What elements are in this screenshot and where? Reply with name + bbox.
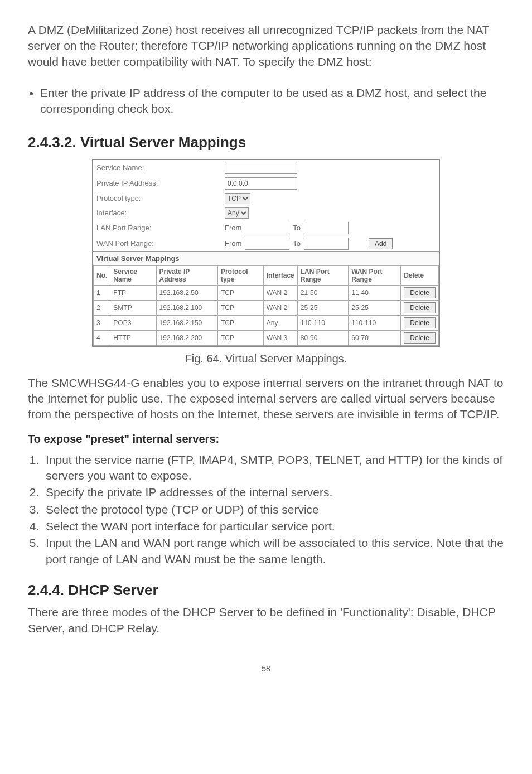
delete-button[interactable]: Delete [404, 317, 436, 328]
step-item: Select the protocol type (TCP or UDP) of… [42, 502, 504, 517]
figure-caption: Fig. 64. Virtual Server Mappings. [28, 352, 504, 365]
cell-no: 4 [94, 330, 110, 345]
lan-from-label: From [225, 224, 241, 232]
cell-no: 1 [94, 285, 110, 300]
wan-port-range-label: WAN Port Range: [96, 239, 225, 248]
cell-wan: 11-40 [349, 285, 401, 300]
cell-wan: 60-70 [349, 330, 401, 345]
body-paragraph-1: The SMCWHSG44-G enables you to expose in… [28, 375, 504, 423]
cell-proto: TCP [217, 300, 263, 315]
cell-service: SMTP [110, 300, 156, 315]
step-item: Select the WAN port interface for partic… [42, 519, 504, 534]
body-paragraph-2: There are three modes of the DHCP Server… [28, 604, 504, 636]
lan-from-input[interactable] [245, 222, 289, 234]
step-item: Input the service name (FTP, IMAP4, SMTP… [42, 452, 504, 484]
col-lan: LAN Port Range [297, 265, 348, 285]
table-row: 1 FTP 192.168.2.50 TCP WAN 2 21-50 11-40… [94, 285, 439, 300]
cell-ip: 192.168.2.150 [156, 315, 217, 330]
col-proto: Protocol type [217, 265, 263, 285]
cell-lan: 25-25 [297, 300, 348, 315]
lan-to-label: To [293, 224, 301, 232]
service-name-label: Service Name: [96, 163, 225, 172]
add-button[interactable]: Add [369, 238, 393, 249]
virtual-server-form: Service Name: Private IP Address: Protoc… [92, 159, 440, 347]
cell-ip: 192.168.2.100 [156, 300, 217, 315]
cell-iface: Any [263, 315, 297, 330]
private-ip-label: Private IP Address: [96, 179, 225, 187]
interface-label: Interface: [96, 209, 225, 217]
delete-button[interactable]: Delete [404, 332, 436, 344]
col-no: No. [94, 265, 110, 285]
col-wan: WAN Port Range [349, 265, 401, 285]
cell-no: 2 [94, 300, 110, 315]
page-number: 58 [28, 664, 504, 673]
cell-service: FTP [110, 285, 156, 300]
cell-service: HTTP [110, 330, 156, 345]
wan-to-input[interactable] [304, 238, 349, 250]
cell-iface: WAN 2 [263, 285, 297, 300]
table-row: 4 HTTP 192.168.2.200 TCP WAN 3 80-90 60-… [94, 330, 439, 345]
protocol-select[interactable]: TCP [225, 193, 250, 204]
section-heading-dhcp: 2.4.4. DHCP Server [28, 582, 504, 599]
delete-button[interactable]: Delete [404, 302, 436, 313]
wan-from-label: From [225, 239, 241, 248]
cell-lan: 110-110 [297, 315, 348, 330]
service-name-input[interactable] [225, 162, 297, 174]
col-del: Delete [401, 265, 439, 285]
lan-to-input[interactable] [304, 222, 349, 234]
col-iface: Interface [263, 265, 297, 285]
cell-service: POP3 [110, 315, 156, 330]
mappings-table: No. Service Name Private IP Address Prot… [93, 265, 439, 346]
interface-select[interactable]: Any [225, 207, 249, 219]
cell-wan: 110-110 [349, 315, 401, 330]
cell-lan: 21-50 [297, 285, 348, 300]
cell-wan: 25-25 [349, 300, 401, 315]
intro-bullet: Enter the private IP address of the comp… [40, 85, 504, 117]
lan-port-range-label: LAN Port Range: [96, 224, 225, 232]
wan-from-input[interactable] [245, 238, 289, 250]
delete-button[interactable]: Delete [404, 287, 436, 298]
screenshot-container: Service Name: Private IP Address: Protoc… [28, 159, 504, 347]
cell-lan: 80-90 [297, 330, 348, 345]
steps-list: Input the service name (FTP, IMAP4, SMTP… [28, 452, 504, 567]
intro-paragraph: A DMZ (DeMilitarized Zone) host receives… [28, 22, 504, 70]
table-row: 3 POP3 192.168.2.150 TCP Any 110-110 110… [94, 315, 439, 330]
protocol-label: Protocol type: [96, 194, 225, 202]
expose-preset-heading: To expose "preset" internal servers: [28, 433, 504, 446]
step-item: Specify the private IP addresses of the … [42, 485, 504, 500]
intro-bullet-list: Enter the private IP address of the comp… [28, 85, 504, 117]
col-ip: Private IP Address [156, 265, 217, 285]
cell-iface: WAN 2 [263, 300, 297, 315]
cell-ip: 192.168.2.50 [156, 285, 217, 300]
step-item: Input the LAN and WAN port range which w… [42, 535, 504, 567]
cell-proto: TCP [217, 330, 263, 345]
table-row: 2 SMTP 192.168.2.100 TCP WAN 2 25-25 25-… [94, 300, 439, 315]
private-ip-input[interactable] [225, 177, 297, 190]
cell-proto: TCP [217, 315, 263, 330]
cell-no: 3 [94, 315, 110, 330]
col-service: Service Name [110, 265, 156, 285]
mappings-subheader: Virtual Server Mappings [93, 251, 439, 265]
cell-ip: 192.168.2.200 [156, 330, 217, 345]
intro-text: A DMZ (DeMilitarized Zone) host receives… [28, 23, 489, 68]
cell-iface: WAN 3 [263, 330, 297, 345]
cell-proto: TCP [217, 285, 263, 300]
section-heading-virtual-server: 2.4.3.2. Virtual Server Mappings [28, 134, 504, 151]
wan-to-label: To [293, 239, 301, 248]
